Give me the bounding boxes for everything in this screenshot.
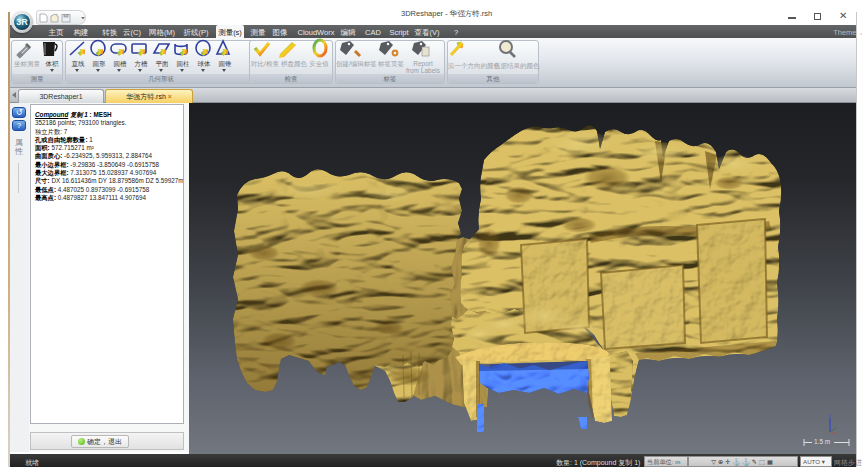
svg-text:z: z <box>828 412 831 418</box>
